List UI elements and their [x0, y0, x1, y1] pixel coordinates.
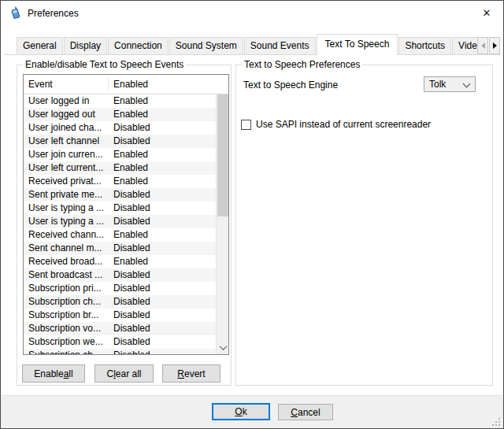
preferences-dialog: Preferences ✕ GeneralDisplayConnectionSo… [0, 0, 504, 429]
event-name: User logged in [28, 94, 89, 108]
event-name: Subscription we... [28, 335, 103, 349]
tab-video[interactable]: Video [452, 37, 478, 55]
event-row[interactable]: Subscription br...Disabled [24, 309, 216, 322]
event-status: Disabled [113, 268, 150, 282]
clear-all-button[interactable]: Clear all [94, 364, 154, 383]
event-name: Sent private me... [28, 188, 102, 202]
chevron-down-icon [219, 342, 227, 350]
event-name: User join curren... [28, 148, 103, 161]
event-name: Subscription ch... [28, 349, 101, 354]
event-status: Disabled [113, 349, 150, 354]
chevron-right-icon [493, 43, 497, 49]
event-list-scrollbar[interactable] [216, 75, 228, 354]
event-name: User left channel [28, 135, 99, 148]
tab-shortcuts[interactable]: Shortcuts [398, 37, 451, 55]
resize-grip[interactable] [492, 418, 494, 420]
tab-bar: GeneralDisplayConnectionSound SystemSoun… [17, 34, 478, 55]
enable-all-button[interactable]: Enable all [22, 364, 85, 383]
event-name: User is typing a ... [28, 202, 104, 215]
event-status: Enabled [113, 228, 148, 242]
event-status: Disabled [113, 215, 150, 228]
cancel-button[interactable]: Cancel [278, 404, 333, 420]
tab-sound-events[interactable]: Sound Events [244, 37, 316, 55]
event-name: Received broad... [28, 255, 102, 268]
event-name: User is typing a ... [28, 215, 104, 228]
tab-text-to-speech[interactable]: Text To Speech [317, 34, 398, 55]
tts-preferences-groupbox: Text to Speech Preferences [235, 65, 493, 386]
tab-connection[interactable]: Connection [108, 37, 169, 55]
event-name: User logged out [28, 108, 95, 121]
scrollbar-thumb[interactable] [217, 89, 228, 216]
use-sapi-label[interactable]: Use SAPI instead of current screenreader [256, 119, 431, 130]
event-status: Disabled [113, 202, 150, 215]
event-name: Received chann... [28, 228, 104, 242]
chevron-left-icon [481, 43, 485, 49]
event-status: Disabled [113, 335, 150, 349]
event-status: Disabled [113, 295, 150, 309]
event-status: Enabled [113, 161, 148, 175]
event-row[interactable]: User left channelDisabled [24, 135, 216, 148]
title-bar[interactable]: Preferences ✕ [1, 1, 503, 25]
dialog-footer: Ok Cancel [1, 395, 503, 428]
column-header-enabled[interactable]: Enabled [113, 79, 148, 90]
event-status: Disabled [113, 135, 150, 148]
event-status: Enabled [113, 175, 148, 188]
event-status: Disabled [113, 309, 150, 322]
event-row[interactable]: Subscription we...Disabled [24, 335, 216, 349]
use-sapi-checkbox[interactable] [241, 120, 251, 130]
event-row[interactable]: Subscription ch...Disabled [24, 295, 216, 309]
event-row[interactable]: Received privat...Enabled [24, 175, 216, 188]
event-name: Subscription pri... [28, 282, 102, 295]
event-name: Sent broadcast ... [28, 268, 102, 282]
event-status: Enabled [113, 94, 148, 108]
event-name: User joined cha... [28, 121, 102, 135]
event-row[interactable]: User left current...Enabled [24, 161, 216, 175]
column-header-event[interactable]: Event [28, 79, 53, 90]
event-row[interactable]: User join curren...Enabled [24, 148, 216, 161]
event-row[interactable]: User is typing a ...Disabled [24, 215, 216, 228]
tts-engine-label: Text to Speech Engine [243, 80, 338, 91]
event-row[interactable]: Subscription pri...Disabled [24, 282, 216, 295]
close-button[interactable]: ✕ [470, 1, 503, 24]
event-row[interactable]: Sent channel m...Disabled [24, 242, 216, 255]
event-status: Disabled [113, 242, 150, 255]
tab-display[interactable]: Display [64, 37, 107, 55]
event-row[interactable]: User logged outEnabled [24, 108, 216, 121]
event-name: Subscription vo... [28, 322, 101, 335]
event-row[interactable]: User is typing a ...Disabled [24, 202, 216, 215]
event-row[interactable]: User logged inEnabled [24, 94, 216, 108]
tab-scroll-right-button[interactable] [489, 37, 500, 54]
event-status: Disabled [113, 188, 150, 202]
event-list-header[interactable]: Event Enabled [24, 75, 228, 94]
column-separator[interactable] [108, 77, 109, 91]
tab-sound-system[interactable]: Sound System [169, 37, 243, 55]
revert-button[interactable]: Revert [162, 364, 220, 383]
tts-engine-value: Tolk [429, 79, 446, 90]
tab-scroll-left-button[interactable] [477, 37, 488, 54]
event-name: Sent channel m... [28, 242, 102, 255]
tts-events-group-title: Enable/disable Text to Speech Events [23, 59, 186, 70]
event-row[interactable]: Subscription vo...Disabled [24, 322, 216, 335]
ok-button[interactable]: Ok [212, 403, 270, 420]
event-list[interactable]: Event Enabled User logged inEnabledUser … [23, 74, 229, 355]
scroll-down-button[interactable] [217, 341, 229, 354]
event-name: Received privat... [28, 175, 102, 188]
event-row[interactable]: User joined cha...Disabled [24, 121, 216, 135]
event-name: User left current... [28, 161, 103, 175]
event-name: Subscription br... [28, 309, 98, 322]
window-title: Preferences [28, 8, 79, 19]
event-row[interactable]: Received chann...Enabled [24, 228, 216, 242]
event-row[interactable]: Received broad...Enabled [24, 255, 216, 268]
event-row[interactable]: Sent broadcast ...Disabled [24, 268, 216, 282]
app-icon [9, 6, 22, 20]
event-row[interactable]: Sent private me...Disabled [24, 188, 216, 202]
tts-preferences-group-title: Text to Speech Preferences [242, 59, 362, 70]
event-row[interactable]: Subscription ch...Disabled [24, 349, 216, 354]
event-status: Enabled [113, 148, 148, 161]
tab-general[interactable]: General [17, 37, 63, 55]
event-status: Disabled [113, 282, 150, 295]
chevron-down-icon [463, 80, 471, 88]
tts-engine-select[interactable]: Tolk [424, 76, 476, 92]
close-icon: ✕ [483, 7, 491, 19]
event-name: Subscription ch... [28, 295, 101, 309]
